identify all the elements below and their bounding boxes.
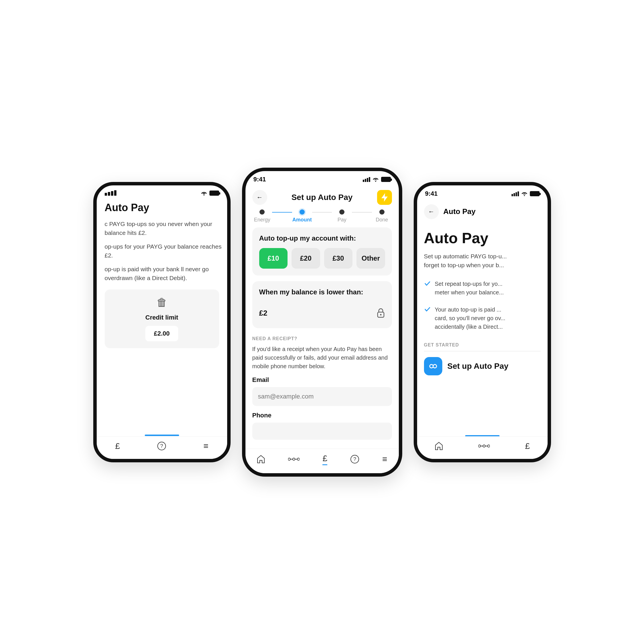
nav-billing-left[interactable]: £ xyxy=(115,441,120,451)
infinity-icon xyxy=(428,363,438,370)
svg-point-28 xyxy=(488,445,490,447)
nav-home-center[interactable] xyxy=(257,455,265,463)
svg-point-13 xyxy=(380,314,381,315)
amount-btn-10[interactable]: £10 xyxy=(259,248,288,269)
balance-input-area: £2 xyxy=(259,302,385,321)
check-text-1: Set repeat top-ups for yo...meter when y… xyxy=(435,280,504,297)
phone-center: 9:41 ← Set up Auto Pay xyxy=(242,168,402,477)
get-started-label: GET STARTED xyxy=(417,337,548,351)
nav-connect-right[interactable] xyxy=(478,443,490,449)
svg-rect-23 xyxy=(516,192,517,196)
nav-connect-center[interactable] xyxy=(288,456,300,463)
step-amount: Amount xyxy=(292,209,312,223)
balance-card-title: When my balance is lower than: xyxy=(259,288,385,296)
lightning-button-center[interactable] xyxy=(377,190,392,205)
amount-btn-30[interactable]: £30 xyxy=(324,248,353,269)
blue-indicator-left xyxy=(145,435,179,436)
get-started-divider xyxy=(424,351,541,351)
status-bar-right: 9:41 xyxy=(417,185,548,200)
phones-container: Auto Pay c PAYG top-ups so you never whe… xyxy=(76,145,568,500)
signal-icon-right xyxy=(512,191,519,196)
setup-autopay-button[interactable]: Set up Auto Pay xyxy=(424,357,541,375)
nav-home-right[interactable] xyxy=(435,442,443,450)
svg-rect-2 xyxy=(111,191,113,196)
nav-help-center[interactable]: ? xyxy=(350,455,359,464)
battery-icon-right xyxy=(530,191,540,196)
left-body-text-2: op-ups for your PAYG your balance reache… xyxy=(105,242,227,260)
bottom-nav-left: £ ? ≡ xyxy=(97,436,227,459)
balance-value: £2 xyxy=(259,309,267,318)
step-dot-pay xyxy=(339,209,344,215)
phone-input[interactable] xyxy=(252,423,392,440)
step-line-1 xyxy=(272,212,292,213)
left-body-text-3: op-up is paid with your bank ll never go… xyxy=(105,265,227,283)
topup-card: Auto top-up my account with: £10 £20 £30… xyxy=(252,227,392,276)
check-item-1: Set repeat top-ups for yo...meter when y… xyxy=(417,277,548,300)
status-bar-center: 9:41 xyxy=(245,171,399,185)
status-icons-right xyxy=(512,191,540,196)
wifi-icon-center xyxy=(372,177,379,182)
receipt-title: NEED A RECEIPT? xyxy=(252,336,392,341)
credit-limit-label: Credit limit xyxy=(145,314,178,321)
topup-card-title: Auto top-up my account with: xyxy=(259,234,385,242)
nav-menu-center[interactable]: ≡ xyxy=(382,454,387,464)
svg-point-25 xyxy=(524,195,525,196)
setup-btn-text: Set up Auto Pay xyxy=(447,362,509,371)
right-header: ← Auto Pay xyxy=(417,200,548,224)
step-line-2 xyxy=(312,212,332,213)
phone-label: Phone xyxy=(252,412,392,419)
step-label-done: Done xyxy=(376,217,388,223)
wifi-icon-left xyxy=(201,191,207,195)
left-body-text-1: c PAYG top-ups so you never when your ba… xyxy=(105,219,227,237)
left-page-title: Auto Pay xyxy=(105,202,227,214)
battery-icon-left xyxy=(209,191,219,196)
wifi-icon-right xyxy=(521,191,528,196)
balance-card: When my balance is lower than: £2 xyxy=(252,281,392,328)
email-input[interactable] xyxy=(252,387,392,406)
svg-rect-9 xyxy=(367,178,368,182)
center-header-title: Set up Auto Pay xyxy=(292,193,353,202)
status-icons-center xyxy=(363,177,391,182)
battery-icon-center xyxy=(381,177,391,182)
status-icons-left xyxy=(201,191,219,196)
nav-billing-center[interactable]: £ xyxy=(322,453,327,465)
svg-point-4 xyxy=(203,195,205,195)
step-done: Done xyxy=(372,209,392,223)
step-energy: Energy xyxy=(252,209,272,223)
nav-billing-right[interactable]: £ xyxy=(525,441,530,451)
back-button-center[interactable]: ← xyxy=(252,190,267,205)
email-label: Email xyxy=(252,376,392,384)
right-content: Auto Pay Set up automatic PAYG top-u...f… xyxy=(417,224,548,410)
svg-rect-1 xyxy=(108,192,110,196)
step-label-energy: Energy xyxy=(254,217,270,223)
check-item-2: Your auto top-up is paid ...card, so you… xyxy=(417,302,548,334)
check-icon-2 xyxy=(424,306,431,313)
receipt-section: NEED A RECEIPT? If you'd like a receipt … xyxy=(252,334,392,442)
amount-btn-20[interactable]: £20 xyxy=(292,248,320,269)
svg-point-26 xyxy=(478,445,481,447)
delete-icon[interactable]: 🗑 xyxy=(156,296,167,309)
lightning-icon-center xyxy=(381,193,388,202)
phone-right: 9:41 ← Auto Pay xyxy=(414,182,551,462)
bottom-nav-center: £ ? ≡ xyxy=(245,449,399,473)
receipt-desc: If you'd like a receipt when your Auto P… xyxy=(252,345,392,370)
status-time-right: 9:41 xyxy=(425,190,438,197)
svg-text:?: ? xyxy=(160,443,163,449)
check-text-2: Your auto top-up is paid ...card, so you… xyxy=(435,305,506,331)
amount-btn-other[interactable]: Other xyxy=(356,248,385,269)
credit-limit-value: £2.00 xyxy=(154,330,170,337)
bottom-nav-right: £ xyxy=(417,436,548,459)
status-time-center: 9:41 xyxy=(253,176,266,183)
nav-menu-left[interactable]: ≡ xyxy=(203,441,209,451)
lock-icon xyxy=(377,308,385,319)
app-header-center: ← Set up Auto Pay xyxy=(245,185,399,209)
phone-left: Auto Pay c PAYG top-ups so you never whe… xyxy=(93,182,231,462)
svg-text:?: ? xyxy=(353,456,356,462)
svg-point-16 xyxy=(297,458,300,460)
back-button-right[interactable]: ← xyxy=(424,204,439,219)
svg-point-27 xyxy=(483,445,485,447)
step-dot-amount xyxy=(300,209,305,215)
svg-point-14 xyxy=(288,458,290,460)
nav-help-left[interactable]: ? xyxy=(157,441,166,451)
content-area-center: Auto top-up my account with: £10 £20 £30… xyxy=(245,223,399,462)
